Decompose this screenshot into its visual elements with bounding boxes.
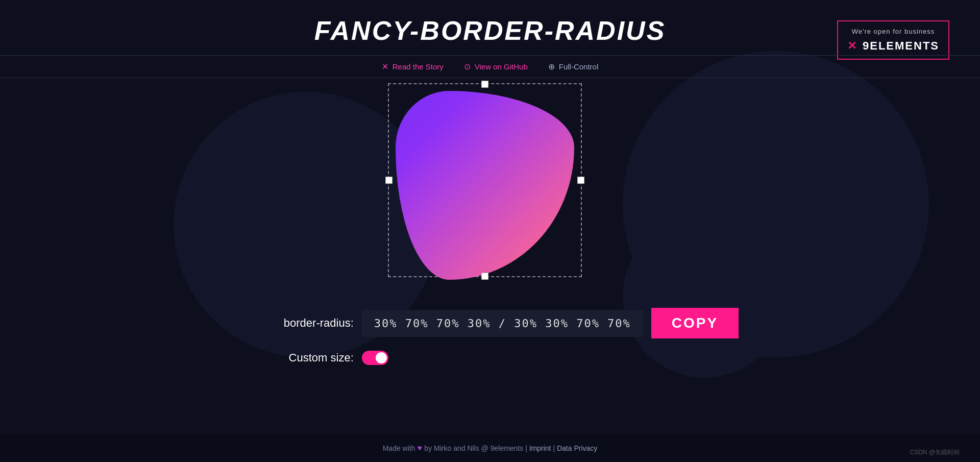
full-control-icon: ⊕	[548, 62, 555, 71]
github-icon: ⊙	[464, 62, 471, 71]
main-area: border-radius: 30% 70% 70% 30% / 30% 30%…	[0, 83, 980, 365]
custom-size-toggle[interactable]	[362, 351, 388, 365]
read-story-icon: ✕	[382, 62, 388, 71]
nav-links: ✕ Read the Story ⊙ View on GitHub ⊕ Full…	[0, 55, 980, 78]
read-story-label: Read the Story	[393, 62, 444, 71]
github-link[interactable]: ⊙ View on GitHub	[464, 62, 528, 71]
footer: Made with ♥ by Mirko and Nils @ 9element…	[0, 434, 980, 462]
handle-bottom[interactable]	[481, 273, 488, 280]
csdn-badge: CSDN @失眠时间	[910, 448, 960, 457]
border-radius-row: border-radius: 30% 70% 70% 30% / 30% 30%…	[252, 308, 739, 338]
toggle-track	[362, 351, 388, 365]
footer-by-text: by Mirko and Nils @ 9elements	[424, 444, 523, 452]
copy-button[interactable]: COPY	[651, 308, 739, 338]
footer-heart-icon: ♥	[417, 444, 424, 452]
github-label: View on GitHub	[475, 62, 528, 71]
app-header: FANCY-BORDER-RADIUS ✕ Read the Story ⊙ V…	[0, 0, 980, 78]
footer-sep1: |	[525, 444, 529, 452]
radius-display: 30% 70% 70% 30% / 30% 30% 70% 70%	[362, 310, 643, 337]
toggle-thumb	[376, 352, 387, 363]
footer-made-with: Made with	[383, 444, 415, 452]
privacy-link[interactable]: Data Privacy	[557, 444, 597, 452]
read-story-link[interactable]: ✕ Read the Story	[382, 62, 444, 71]
app-title: FANCY-BORDER-RADIUS	[0, 15, 980, 46]
full-control-link[interactable]: ⊕ Full-Control	[548, 62, 599, 71]
handle-top[interactable]	[481, 81, 488, 88]
handle-left[interactable]	[385, 177, 393, 184]
handle-right[interactable]	[577, 177, 584, 184]
shape-canvas[interactable]	[388, 83, 592, 287]
footer-sep2: |	[553, 444, 557, 452]
border-radius-label: border-radius:	[252, 317, 354, 330]
custom-size-row: Custom size:	[252, 351, 388, 365]
imprint-link[interactable]: Imprint	[529, 444, 551, 452]
controls-area: border-radius: 30% 70% 70% 30% / 30% 30%…	[241, 308, 739, 365]
full-control-label: Full-Control	[559, 62, 599, 71]
custom-size-label: Custom size:	[252, 351, 354, 364]
